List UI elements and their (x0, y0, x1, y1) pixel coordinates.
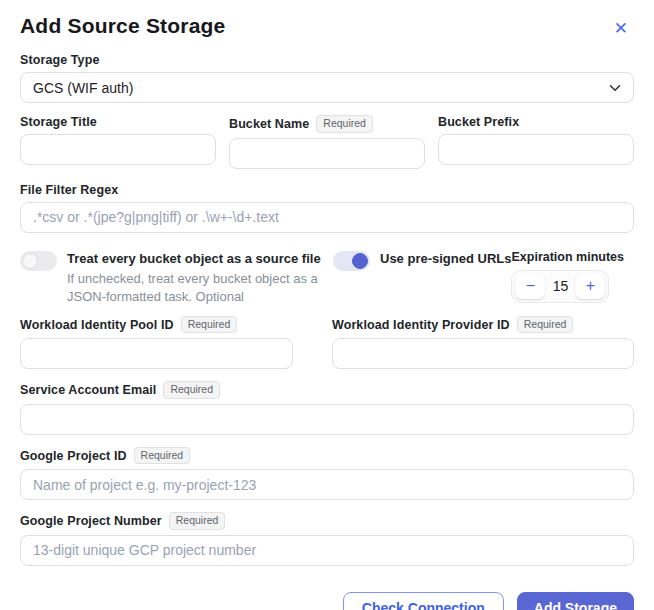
file-filter-regex-section: File Filter Regex (20, 183, 634, 233)
dialog-header: Add Source Storage ✕ (20, 12, 634, 41)
required-badge: Required (169, 512, 226, 530)
bucket-fields-row: Storage Title Bucket Name Required Bucke… (20, 115, 634, 169)
bucket-name-label: Bucket Name (229, 117, 309, 131)
storage-type-label: Storage Type (20, 53, 99, 67)
workload-provider-input[interactable] (332, 338, 634, 369)
workload-pool-input[interactable] (20, 338, 293, 369)
service-account-email-section: Service Account Email Required (20, 381, 634, 435)
minus-button[interactable]: − (515, 274, 545, 299)
storage-type-section: Storage Type GCS (WIF auth) (20, 53, 634, 103)
expiration-minutes-value[interactable]: 15 (545, 278, 575, 294)
bucket-prefix-label: Bucket Prefix (438, 115, 519, 129)
workload-pool-label: Workload Identity Pool ID (20, 318, 174, 332)
workload-pool-field-group: Workload Identity Pool ID Required (20, 316, 293, 370)
storage-type-value: GCS (WIF auth) (33, 80, 133, 96)
toggles-row: Treat every bucket object as a source fi… (20, 250, 634, 306)
required-badge: Required (181, 316, 238, 334)
add-storage-button[interactable]: Add Storage (517, 592, 634, 610)
required-badge: Required (163, 381, 220, 399)
plus-button[interactable]: + (575, 274, 605, 299)
treat-as-source-help: If unchecked, treat every bucket object … (67, 270, 333, 306)
close-icon[interactable]: ✕ (608, 16, 634, 41)
toggle-knob (22, 253, 38, 269)
service-account-email-label: Service Account Email (20, 383, 156, 397)
expiration-minutes-label: Expiration minutes (511, 250, 635, 264)
check-connection-button[interactable]: Check Connection (343, 592, 504, 610)
file-filter-regex-input[interactable] (20, 202, 634, 233)
presigned-urls-toggle[interactable] (333, 251, 370, 271)
bucket-name-input[interactable] (229, 138, 425, 169)
dialog-title: Add Source Storage (20, 14, 225, 38)
file-filter-regex-label: File Filter Regex (20, 183, 118, 197)
storage-title-label: Storage Title (20, 115, 97, 129)
dialog-footer: Check Connection Add Storage (20, 592, 634, 610)
google-project-number-label: Google Project Number (20, 514, 162, 528)
presigned-urls-group: Use pre-signed URLs (333, 250, 511, 306)
storage-title-field-group: Storage Title (20, 115, 216, 169)
workload-identity-row: Workload Identity Pool ID Required Workl… (20, 316, 634, 370)
google-project-id-input[interactable] (20, 469, 634, 500)
required-badge: Required (316, 115, 373, 133)
required-badge: Required (134, 447, 191, 465)
expiration-minutes-stepper: − 15 + (511, 270, 609, 303)
workload-provider-label: Workload Identity Provider ID (332, 318, 510, 332)
treat-as-source-label: Treat every bucket object as a source fi… (67, 250, 333, 268)
google-project-number-section: Google Project Number Required (20, 512, 634, 566)
toggle-knob (352, 253, 368, 269)
required-badge: Required (517, 316, 574, 334)
expiration-minutes-group: Expiration minutes − 15 + (511, 250, 635, 306)
treat-as-source-group: Treat every bucket object as a source fi… (20, 250, 333, 306)
google-project-id-label: Google Project ID (20, 449, 127, 463)
bucket-name-field-group: Bucket Name Required (229, 115, 425, 169)
google-project-number-input[interactable] (20, 535, 634, 566)
treat-as-source-toggle[interactable] (20, 251, 57, 271)
workload-provider-field-group: Workload Identity Provider ID Required (332, 316, 634, 370)
add-source-storage-dialog: Add Source Storage ✕ Storage Type GCS (W… (0, 0, 654, 610)
storage-title-input[interactable] (20, 134, 216, 165)
google-project-id-section: Google Project ID Required (20, 447, 634, 501)
bucket-prefix-field-group: Bucket Prefix (438, 115, 634, 169)
bucket-prefix-input[interactable] (438, 134, 634, 165)
service-account-email-input[interactable] (20, 404, 634, 435)
chevron-down-icon (609, 84, 621, 92)
storage-type-select[interactable]: GCS (WIF auth) (20, 72, 634, 103)
presigned-urls-label: Use pre-signed URLs (380, 250, 511, 268)
